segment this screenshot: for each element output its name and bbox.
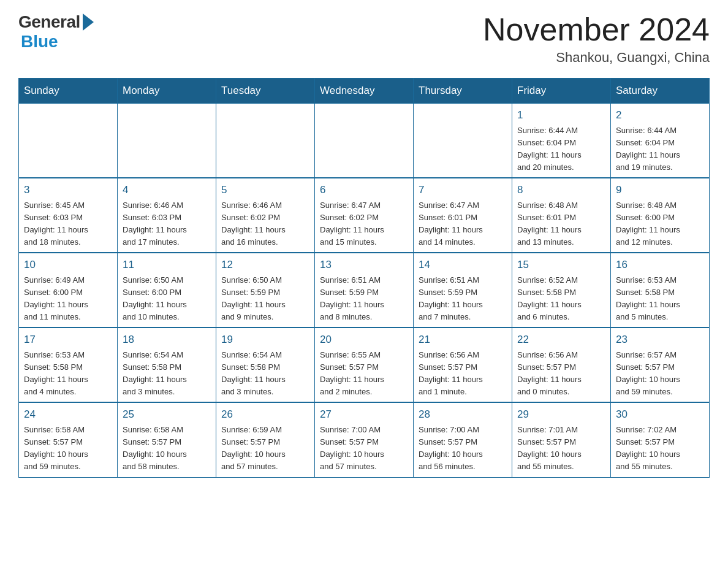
day-info: Sunrise: 7:01 AMSunset: 5:57 PMDaylight:…	[517, 425, 582, 471]
day-info: Sunrise: 6:46 AMSunset: 6:03 PMDaylight:…	[123, 201, 187, 247]
page-header: General Blue November 2024 Shankou, Guan…	[18, 12, 710, 66]
day-number: 3	[24, 182, 112, 198]
day-info: Sunrise: 6:50 AMSunset: 6:00 PMDaylight:…	[123, 275, 187, 321]
calendar-day-cell	[414, 104, 512, 178]
calendar-day-cell: 28Sunrise: 7:00 AMSunset: 5:57 PMDayligh…	[414, 402, 512, 477]
day-number: 25	[123, 407, 211, 423]
calendar-day-cell: 22Sunrise: 6:56 AMSunset: 5:57 PMDayligh…	[512, 327, 611, 402]
day-number: 24	[24, 407, 112, 423]
calendar-day-cell: 30Sunrise: 7:02 AMSunset: 5:57 PMDayligh…	[611, 402, 710, 477]
calendar-day-cell: 29Sunrise: 7:01 AMSunset: 5:57 PMDayligh…	[512, 402, 611, 477]
day-info: Sunrise: 6:46 AMSunset: 6:02 PMDaylight:…	[221, 201, 286, 247]
day-number: 21	[419, 332, 507, 348]
day-number: 14	[419, 257, 507, 273]
day-of-week-header: Tuesday	[216, 79, 315, 104]
day-number: 12	[221, 257, 309, 273]
day-info: Sunrise: 6:56 AMSunset: 5:57 PMDaylight:…	[517, 350, 582, 396]
day-number: 2	[616, 107, 704, 123]
calendar-day-cell: 18Sunrise: 6:54 AMSunset: 5:58 PMDayligh…	[118, 327, 216, 402]
day-info: Sunrise: 6:51 AMSunset: 5:59 PMDaylight:…	[419, 275, 483, 321]
calendar-day-cell: 8Sunrise: 6:48 AMSunset: 6:01 PMDaylight…	[512, 178, 611, 253]
title-section: November 2024 Shankou, Guangxi, China	[483, 12, 710, 66]
location-subtitle: Shankou, Guangxi, China	[483, 50, 710, 66]
day-number: 19	[221, 332, 309, 348]
day-of-week-header: Friday	[512, 79, 611, 104]
calendar-day-cell: 9Sunrise: 6:48 AMSunset: 6:00 PMDaylight…	[611, 178, 710, 253]
day-info: Sunrise: 6:54 AMSunset: 5:58 PMDaylight:…	[123, 350, 187, 396]
calendar-day-cell: 21Sunrise: 6:56 AMSunset: 5:57 PMDayligh…	[414, 327, 512, 402]
calendar-day-cell: 17Sunrise: 6:53 AMSunset: 5:58 PMDayligh…	[19, 327, 118, 402]
day-number: 18	[123, 332, 211, 348]
day-of-week-header: Sunday	[19, 79, 118, 104]
day-number: 5	[221, 182, 309, 198]
logo-blue-text: Blue	[21, 32, 58, 52]
calendar-day-cell: 6Sunrise: 6:47 AMSunset: 6:02 PMDaylight…	[315, 178, 414, 253]
calendar-day-cell: 14Sunrise: 6:51 AMSunset: 5:59 PMDayligh…	[414, 253, 512, 327]
day-info: Sunrise: 6:45 AMSunset: 6:03 PMDaylight:…	[24, 201, 88, 247]
calendar-day-cell	[118, 104, 216, 178]
day-number: 27	[320, 407, 408, 423]
day-number: 20	[320, 332, 408, 348]
day-number: 29	[517, 407, 605, 423]
calendar-day-cell: 19Sunrise: 6:54 AMSunset: 5:58 PMDayligh…	[216, 327, 315, 402]
logo-general-text: General	[18, 12, 80, 32]
day-number: 10	[24, 257, 112, 273]
calendar-day-cell: 11Sunrise: 6:50 AMSunset: 6:00 PMDayligh…	[118, 253, 216, 327]
calendar-day-cell: 1Sunrise: 6:44 AMSunset: 6:04 PMDaylight…	[512, 104, 611, 178]
day-number: 28	[419, 407, 507, 423]
calendar-day-cell: 27Sunrise: 7:00 AMSunset: 5:57 PMDayligh…	[315, 402, 414, 477]
day-info: Sunrise: 6:48 AMSunset: 6:00 PMDaylight:…	[616, 201, 680, 247]
day-number: 6	[320, 182, 408, 198]
day-info: Sunrise: 6:47 AMSunset: 6:02 PMDaylight:…	[320, 201, 384, 247]
calendar-day-cell: 3Sunrise: 6:45 AMSunset: 6:03 PMDaylight…	[19, 178, 118, 253]
day-info: Sunrise: 6:48 AMSunset: 6:01 PMDaylight:…	[517, 201, 582, 247]
calendar-week-row: 10Sunrise: 6:49 AMSunset: 6:00 PMDayligh…	[19, 253, 710, 327]
day-info: Sunrise: 6:49 AMSunset: 6:00 PMDaylight:…	[24, 275, 88, 321]
day-number: 8	[517, 182, 605, 198]
day-number: 23	[616, 332, 704, 348]
logo-arrow-icon	[83, 13, 94, 31]
day-info: Sunrise: 6:53 AMSunset: 5:58 PMDaylight:…	[24, 350, 88, 396]
day-number: 16	[616, 257, 704, 273]
day-info: Sunrise: 6:52 AMSunset: 5:58 PMDaylight:…	[517, 275, 582, 321]
day-number: 15	[517, 257, 605, 273]
calendar-day-cell: 7Sunrise: 6:47 AMSunset: 6:01 PMDaylight…	[414, 178, 512, 253]
calendar-day-cell: 26Sunrise: 6:59 AMSunset: 5:57 PMDayligh…	[216, 402, 315, 477]
day-of-week-header: Wednesday	[315, 79, 414, 104]
calendar-week-row: 24Sunrise: 6:58 AMSunset: 5:57 PMDayligh…	[19, 402, 710, 477]
day-info: Sunrise: 6:55 AMSunset: 5:57 PMDaylight:…	[320, 350, 384, 396]
day-of-week-header: Saturday	[611, 79, 710, 104]
day-info: Sunrise: 6:44 AMSunset: 6:04 PMDaylight:…	[616, 126, 680, 172]
calendar-day-cell: 15Sunrise: 6:52 AMSunset: 5:58 PMDayligh…	[512, 253, 611, 327]
day-info: Sunrise: 6:50 AMSunset: 5:59 PMDaylight:…	[221, 275, 286, 321]
logo: General Blue	[18, 12, 94, 52]
calendar-day-cell: 5Sunrise: 6:46 AMSunset: 6:02 PMDaylight…	[216, 178, 315, 253]
calendar-header-row: SundayMondayTuesdayWednesdayThursdayFrid…	[19, 79, 710, 104]
day-info: Sunrise: 6:57 AMSunset: 5:57 PMDaylight:…	[616, 350, 680, 396]
day-info: Sunrise: 7:00 AMSunset: 5:57 PMDaylight:…	[419, 425, 483, 471]
calendar-week-row: 1Sunrise: 6:44 AMSunset: 6:04 PMDaylight…	[19, 104, 710, 178]
day-info: Sunrise: 6:56 AMSunset: 5:57 PMDaylight:…	[419, 350, 483, 396]
day-info: Sunrise: 7:00 AMSunset: 5:57 PMDaylight:…	[320, 425, 384, 471]
day-number: 22	[517, 332, 605, 348]
calendar-week-row: 17Sunrise: 6:53 AMSunset: 5:58 PMDayligh…	[19, 327, 710, 402]
calendar-week-row: 3Sunrise: 6:45 AMSunset: 6:03 PMDaylight…	[19, 178, 710, 253]
calendar-day-cell: 20Sunrise: 6:55 AMSunset: 5:57 PMDayligh…	[315, 327, 414, 402]
calendar-day-cell: 23Sunrise: 6:57 AMSunset: 5:57 PMDayligh…	[611, 327, 710, 402]
day-number: 26	[221, 407, 309, 423]
day-info: Sunrise: 6:58 AMSunset: 5:57 PMDaylight:…	[123, 425, 187, 471]
day-info: Sunrise: 6:51 AMSunset: 5:59 PMDaylight:…	[320, 275, 384, 321]
day-info: Sunrise: 6:47 AMSunset: 6:01 PMDaylight:…	[419, 201, 483, 247]
day-of-week-header: Thursday	[414, 79, 512, 104]
calendar-day-cell: 12Sunrise: 6:50 AMSunset: 5:59 PMDayligh…	[216, 253, 315, 327]
day-number: 4	[123, 182, 211, 198]
day-number: 13	[320, 257, 408, 273]
month-year-title: November 2024	[483, 12, 710, 47]
day-info: Sunrise: 6:59 AMSunset: 5:57 PMDaylight:…	[221, 425, 286, 471]
day-number: 9	[616, 182, 704, 198]
day-number: 11	[123, 257, 211, 273]
day-info: Sunrise: 6:53 AMSunset: 5:58 PMDaylight:…	[616, 275, 680, 321]
calendar-day-cell: 4Sunrise: 6:46 AMSunset: 6:03 PMDaylight…	[118, 178, 216, 253]
calendar-day-cell	[19, 104, 118, 178]
calendar-day-cell	[216, 104, 315, 178]
